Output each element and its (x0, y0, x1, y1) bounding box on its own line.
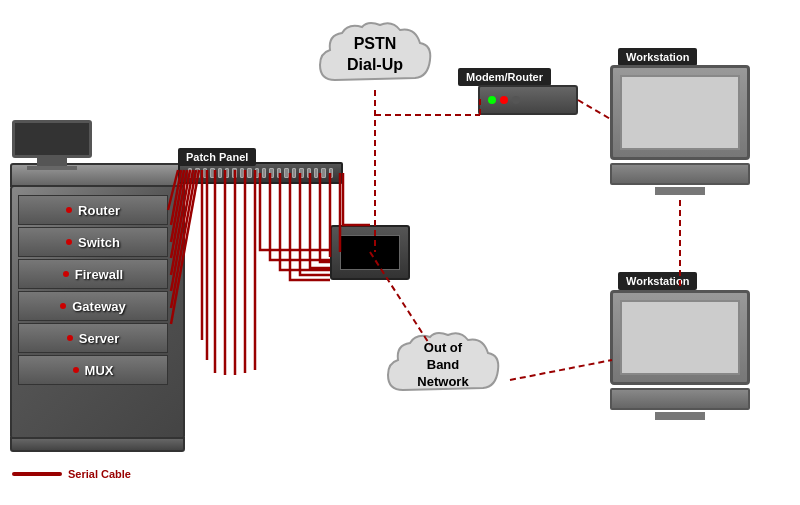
modem-light-red (500, 96, 508, 104)
console-server (330, 225, 410, 280)
legend-text: Serial Cable (68, 468, 131, 480)
modem-light-green (488, 96, 496, 104)
label-computer2: Workstation (618, 272, 697, 290)
rack-unit-mux: MUX (18, 355, 168, 385)
legend-line (12, 472, 62, 476)
computer-workstation-2 (610, 290, 750, 420)
computer-base-2 (655, 412, 705, 420)
keyboard-1 (610, 163, 750, 185)
monitor-screen-2 (620, 300, 740, 375)
oob-cloud: Out of BandNetwork (378, 325, 508, 405)
legend: Serial Cable (12, 468, 131, 480)
label-computer1: Workstation (618, 48, 697, 66)
computer-workstation-1 (610, 65, 750, 195)
label-modem: Modem/Router (458, 68, 551, 86)
monitor-screen-1 (620, 75, 740, 150)
pstn-cloud: PSTNDial-Up (310, 15, 440, 95)
rack-unit-server: Server (18, 323, 168, 353)
rack-unit-gateway: Gateway (18, 291, 168, 321)
label-patch-panel: Patch Panel (178, 148, 256, 166)
svg-line-14 (510, 360, 612, 380)
rack-bottom-panel (10, 437, 185, 452)
rack-unit-firewall: Firewall (18, 259, 168, 289)
monitor-icon (12, 120, 92, 170)
keyboard-2 (610, 388, 750, 410)
computer-base-1 (655, 187, 705, 195)
modem-device (478, 85, 578, 115)
rack-unit-switch: Switch (18, 227, 168, 257)
modem-light-off (512, 96, 520, 104)
svg-line-12 (578, 100, 612, 120)
console-screen (340, 235, 400, 270)
rack-unit-router: Router (18, 195, 168, 225)
